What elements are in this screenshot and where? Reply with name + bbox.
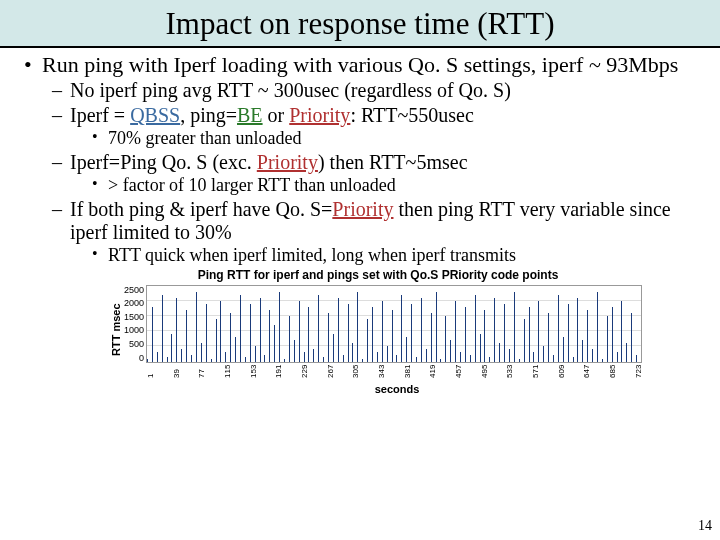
page-number: 14: [698, 518, 712, 534]
sub3-post: ) then RTT~5msec: [318, 151, 468, 173]
bullet-sub2: Iperf = QBSS, ping=BE or Priority: RTT~5…: [52, 104, 702, 149]
chart-xticks: 1397711515319122926730534338141945749553…: [146, 364, 642, 373]
sub2-pre: Iperf =: [70, 104, 130, 126]
chart-ylabel: RTT msec: [108, 285, 124, 375]
sub3-pre: Iperf=Ping Qo. S (exc.: [70, 151, 257, 173]
bullet-sub2-child: 70% greater than unloaded: [92, 128, 702, 149]
sub2-mid1: , ping=: [180, 104, 237, 126]
chart-xlabel: seconds: [146, 383, 648, 395]
bullet-main-text: Run ping with Iperf loading with various…: [42, 52, 678, 77]
priority-label-3: Priority: [332, 198, 393, 220]
bullet-sub1: No iperf ping avg RTT ~ 300usec (regardl…: [52, 79, 702, 102]
chart-plot-area: [146, 285, 642, 363]
be-label: BE: [237, 104, 263, 126]
chart-yticks: 25002000150010005000: [124, 285, 146, 363]
qbss-label: QBSS: [130, 104, 180, 126]
bullet-sub3-child: > factor of 10 larger RTT than unloaded: [92, 175, 702, 196]
priority-label-2: Priority: [257, 151, 318, 173]
slide-content: Run ping with Iperf loading with various…: [0, 48, 720, 375]
sub2-post: : RTT~550usec: [350, 104, 474, 126]
bullet-main: Run ping with Iperf loading with various…: [18, 52, 702, 265]
slide-title-bar: Impact on response time (RTT): [0, 0, 720, 48]
slide-title: Impact on response time (RTT): [0, 6, 720, 42]
bullet-sub4: If both ping & iperf have Qo. S=Priority…: [52, 198, 702, 266]
sub4-pre: If both ping & iperf have Qo. S=: [70, 198, 332, 220]
bullet-sub4-child: RTT quick when iperf limited, long when …: [92, 245, 702, 266]
sub2-mid2: or: [263, 104, 290, 126]
rtt-chart: Ping RTT for iperf and pings set with Qo…: [108, 269, 648, 374]
bullet-sub3: Iperf=Ping Qo. S (exc. Priority) then RT…: [52, 151, 702, 196]
priority-label-1: Priority: [289, 104, 350, 126]
chart-title: Ping RTT for iperf and pings set with Qo…: [108, 269, 648, 282]
